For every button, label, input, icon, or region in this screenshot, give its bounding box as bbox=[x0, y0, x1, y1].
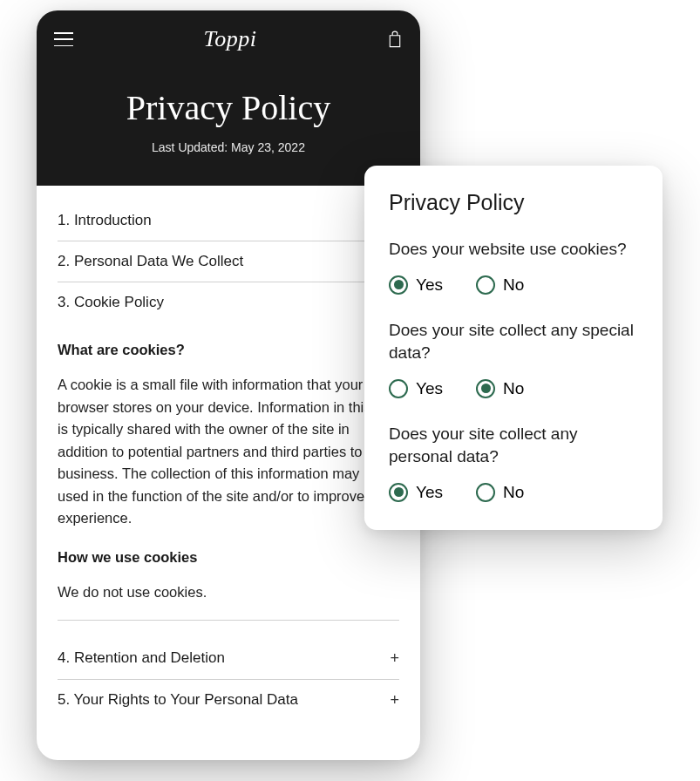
form-title: Privacy Policy bbox=[389, 190, 638, 215]
expand-icon: + bbox=[390, 691, 399, 710]
radio-cookies-yes[interactable]: Yes bbox=[389, 275, 443, 295]
toc-item-introduction[interactable]: 1. Introduction bbox=[58, 212, 399, 241]
question-special-data: Does your site collect any special data? bbox=[389, 319, 638, 365]
radio-circle-icon bbox=[389, 483, 408, 502]
toc-label: 3. Cookie Policy bbox=[58, 294, 164, 311]
radio-row-special-data: Yes No bbox=[389, 379, 638, 398]
radio-row-personal-data: Yes No bbox=[389, 483, 638, 502]
toc-item-your-rights[interactable]: 5. Your Rights to Your Personal Data + bbox=[58, 680, 399, 721]
radio-personal-yes[interactable]: Yes bbox=[389, 483, 443, 502]
privacy-policy-form-card: Privacy Policy Does your website use coo… bbox=[364, 166, 663, 530]
toc-label: 2. Personal Data We Collect bbox=[58, 253, 243, 270]
radio-circle-icon bbox=[389, 275, 408, 295]
radio-row-cookies: Yes No bbox=[389, 275, 638, 295]
question-personal-data: Does your site collect any personal data… bbox=[389, 423, 638, 469]
phone-body: 1. Introduction 2. Personal Data We Coll… bbox=[37, 186, 420, 721]
toc-item-cookie-policy[interactable]: 3. Cookie Policy bbox=[58, 282, 399, 323]
radio-special-yes[interactable]: Yes bbox=[389, 379, 443, 398]
page-title: Privacy Policy bbox=[54, 87, 403, 128]
radio-label: Yes bbox=[416, 483, 443, 502]
subheading-what-are-cookies: What are cookies? bbox=[58, 342, 399, 358]
toc-label: 5. Your Rights to Your Personal Data bbox=[58, 691, 298, 709]
phone-topbar: Toppi bbox=[54, 26, 403, 52]
radio-label: No bbox=[503, 275, 524, 295]
body-text-cookies-use: We do not use cookies. bbox=[58, 581, 399, 621]
radio-label: Yes bbox=[416, 379, 443, 398]
last-updated-text: Last Updated: May 23, 2022 bbox=[54, 140, 403, 154]
radio-label: Yes bbox=[416, 275, 443, 295]
radio-personal-no[interactable]: No bbox=[476, 483, 524, 502]
radio-circle-icon bbox=[476, 379, 495, 398]
question-cookies: Does your website use cookies? bbox=[389, 238, 638, 261]
radio-cookies-no[interactable]: No bbox=[476, 275, 524, 295]
hamburger-menu-icon[interactable] bbox=[54, 32, 73, 46]
shopping-bag-icon[interactable] bbox=[387, 31, 403, 48]
subheading-how-we-use-cookies: How we use cookies bbox=[58, 549, 399, 566]
expand-icon: + bbox=[390, 649, 399, 668]
toc-item-personal-data[interactable]: 2. Personal Data We Collect bbox=[58, 241, 399, 282]
brand-logo: Toppi bbox=[204, 26, 257, 52]
privacy-policy-preview-card: Toppi Privacy Policy Last Updated: May 2… bbox=[37, 10, 420, 760]
radio-circle-icon bbox=[476, 275, 495, 295]
toc-label: 4. Retention and Deletion bbox=[58, 649, 225, 667]
body-text-cookies-def: A cookie is a small file with informatio… bbox=[58, 374, 399, 530]
toc-label: 1. Introduction bbox=[58, 212, 152, 229]
radio-circle-icon bbox=[476, 483, 495, 502]
radio-special-no[interactable]: No bbox=[476, 379, 524, 398]
phone-header: Toppi Privacy Policy Last Updated: May 2… bbox=[37, 10, 420, 186]
radio-label: No bbox=[503, 379, 524, 398]
radio-label: No bbox=[503, 483, 524, 502]
radio-circle-icon bbox=[389, 379, 408, 398]
toc-item-retention[interactable]: 4. Retention and Deletion + bbox=[58, 638, 399, 680]
